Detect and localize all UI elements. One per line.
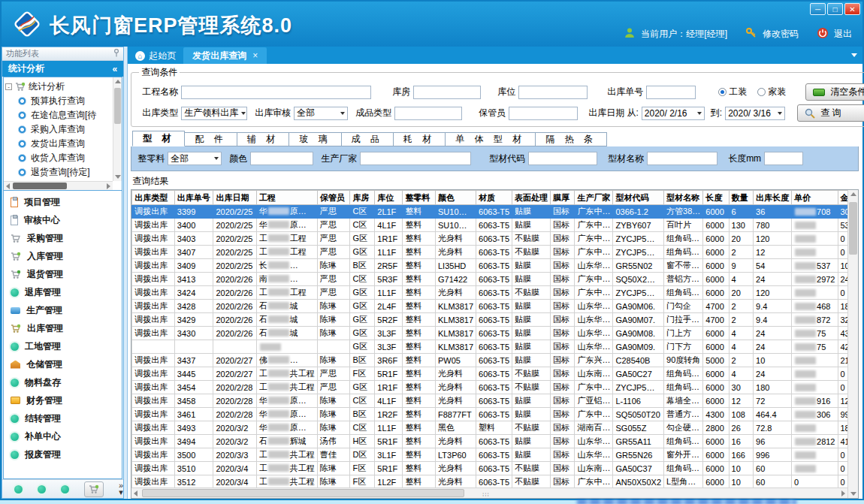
material-tab[interactable]: 耗 材 — [394, 132, 446, 146]
sidebar-item-仓储管理[interactable]: 仓储管理 — [4, 355, 122, 373]
sidebar-item-退货管理[interactable]: 退货管理 — [4, 265, 122, 283]
table-row[interactable]: 调拨出库34302020/2/26石城陈琳G区3L3F整料KLM38176063… — [132, 327, 858, 340]
location-input[interactable] — [518, 86, 588, 99]
radio-industrial[interactable]: 工装 — [718, 86, 747, 98]
tab-list-dropdown-icon[interactable] — [851, 53, 857, 57]
column-header[interactable]: 出库长度 — [754, 191, 792, 205]
module-dot-icon[interactable] — [14, 485, 23, 493]
column-header[interactable]: 单价 — [792, 191, 838, 205]
column-header[interactable]: 材质 — [476, 191, 512, 205]
column-header[interactable]: 库位 — [375, 191, 403, 205]
table-row[interactable]: 调拨出库34092020/2/25长…陈琳B区2R5F整料LI35HD6063-… — [132, 259, 858, 273]
sidebar-item-退库管理[interactable]: 退库管理 — [4, 283, 122, 301]
column-header[interactable]: 整零料 — [403, 191, 436, 205]
tree-item[interactable]: 在途信息查询[待 — [5, 108, 112, 122]
material-tab[interactable]: 成 品 — [342, 132, 394, 146]
material-tab[interactable]: 辅 材 — [237, 132, 289, 146]
sidebar-item-报废管理[interactable]: 报废管理 — [4, 445, 122, 463]
warehouse-input[interactable] — [413, 86, 481, 99]
column-header[interactable]: 型材代码 — [613, 191, 664, 205]
tree-root-node[interactable]: - 统计分析 — [5, 79, 112, 94]
sidebar-item-工地管理[interactable]: 工地管理 — [4, 337, 122, 355]
color-input[interactable] — [250, 152, 313, 165]
table-row[interactable]: 调拨出库34292020/2/26石城陈琳G区5R2F整料KLM38176063… — [132, 313, 858, 327]
column-header[interactable]: 膜厚 — [551, 191, 575, 205]
grid-vertical-scrollbar[interactable] — [847, 190, 858, 498]
module-dot-icon[interactable] — [61, 485, 69, 493]
sidebar-item-生产管理[interactable]: 生产管理 — [4, 301, 122, 319]
table-row[interactable]: 调拨出库34452020/2/27工共工程严思F区5R1F整料光身料6063-T… — [132, 367, 858, 381]
table-row[interactable]: 调拨出库33992020/2/25华原…严思C区2L1F整料SU10…6063-… — [132, 205, 858, 219]
sidebar-item-入库管理[interactable]: 入库管理 — [4, 247, 122, 265]
sidebar-item-财务管理[interactable]: 财务管理 — [4, 391, 122, 409]
column-header[interactable]: 保管员 — [317, 191, 350, 205]
column-header[interactable]: 库房 — [350, 191, 375, 205]
column-header[interactable]: 型材名称 — [664, 191, 703, 205]
whole-scrap-select[interactable]: 全部 — [168, 152, 222, 165]
tree-item[interactable]: 发货出库查询 — [5, 137, 112, 151]
maker-input[interactable] — [360, 152, 471, 165]
column-header[interactable]: 长度 — [703, 191, 729, 205]
date-from-select[interactable]: 2020/ 2/16 — [642, 107, 705, 120]
tab-shipment-outbound-query[interactable]: 发货出库查询 × — [183, 47, 267, 64]
column-header[interactable]: 工程 — [256, 191, 317, 205]
table-row[interactable]: 调拨出库34372020/2/27佛…陈琳B区3R6F整料PW056063-T5… — [132, 354, 858, 367]
tree-item[interactable]: 预算执行查询 — [5, 94, 112, 108]
outbound-audit-select[interactable]: 全部 — [294, 107, 348, 120]
material-tab[interactable]: 单 体 型 材 — [446, 132, 536, 146]
table-row[interactable]: 调拨出库34282020/2/26石城陈琳G区2L4F整料KLM38176063… — [132, 300, 858, 313]
length-input[interactable] — [764, 152, 803, 165]
tab-close-icon[interactable]: × — [252, 50, 258, 61]
column-header[interactable]: 出库单号 — [174, 191, 213, 205]
order-no-input[interactable] — [646, 86, 696, 99]
table-row[interactable]: 调拨出库34932020/3/2华原…陈琳C区1L1F整料黑色塑料不贴膜国标湖南… — [132, 421, 858, 435]
sidebar-group-statistics[interactable]: 统计分析 « — [2, 61, 123, 77]
minimize-button[interactable]: ─ — [810, 3, 826, 15]
product-type-input[interactable] — [394, 107, 462, 120]
logout-link[interactable]: 退出 — [834, 28, 852, 41]
change-password-link[interactable]: 修改密码 — [763, 28, 799, 41]
tree-vertical-scrollbar[interactable] — [113, 77, 122, 181]
profile-code-input[interactable] — [528, 152, 597, 165]
tree-item[interactable]: 退货查询[待定] — [5, 165, 112, 180]
table-row[interactable]: 调拨出库34582020/2/28华原…陈琳C区4L1F整料光身料6063-T5… — [132, 394, 858, 408]
outbound-type-select[interactable]: 生产领料出库 — [181, 107, 247, 120]
sidebar-item-结转管理[interactable]: 结转管理 — [4, 409, 122, 427]
table-row[interactable]: 调拨出库34942020/3/2石辉城汤伟H区5R1F整料光身料6063-T5贴… — [132, 435, 858, 448]
column-header[interactable]: 出库日期 — [213, 191, 256, 205]
table-row[interactable]: 调拨出库35102020/3/4工共工程陈琳F区5R1F整料光身料6063-T5… — [132, 462, 858, 475]
more-modules-button[interactable]: »▾ — [119, 482, 123, 496]
sidebar-item-物料盘存[interactable]: 物料盘存 — [4, 373, 122, 391]
keeper-input[interactable] — [509, 107, 578, 120]
tab-home[interactable]: ⌂ 起始页 — [128, 47, 183, 64]
tree-item[interactable]: 退库管理[待定] — [5, 180, 112, 180]
pin-icon[interactable] — [113, 49, 119, 59]
material-tab[interactable]: 玻 璃 — [289, 132, 341, 146]
table-row[interactable]: 调拨出库34072020/2/25工工程严思G区1L1F整料光身料6063-T5… — [132, 246, 858, 259]
material-tab[interactable]: 配 件 — [185, 132, 237, 146]
table-row[interactable]: 调拨出库35122020/3/4工共工程陈琳F区1L2F整料光身料6063-T5… — [132, 475, 858, 489]
search-button[interactable]: 查 询 — [797, 104, 864, 122]
sidebar-item-出库管理[interactable]: 出库管理 — [4, 319, 122, 337]
project-name-input[interactable] — [181, 86, 371, 99]
tree-item[interactable]: 采购入库查询 — [5, 122, 112, 137]
material-tab[interactable]: 隔 热 条 — [536, 132, 607, 146]
date-to-select[interactable]: 2020/ 3/16 — [725, 107, 785, 120]
sidebar-item-审核中心[interactable]: 审核中心 — [4, 211, 122, 229]
column-header[interactable]: 颜色 — [436, 191, 476, 205]
module-dot-icon[interactable] — [38, 485, 46, 493]
radio-home[interactable]: 家装 — [757, 86, 786, 98]
table-row[interactable]: 调拨出库34002020/2/25华原…严思C区4L1F整料SU10…6063-… — [132, 219, 858, 232]
column-header[interactable]: 生产厂家 — [575, 191, 613, 205]
table-row[interactable]: 调拨出库34242020/2/26工工程严思G区1L1F整料光身料6063-T5… — [132, 286, 858, 300]
column-header[interactable]: 表面处理 — [512, 191, 551, 205]
grid-horizontal-scrollbar[interactable]: ⁞⁞⁞ — [131, 487, 847, 498]
maximize-button[interactable]: □ — [827, 3, 843, 15]
column-header[interactable]: 出库类型 — [132, 191, 175, 205]
table-row[interactable]: 调拨出库34542020/2/28工共工程严思G区1R1F整料光身料6063-T… — [132, 381, 858, 394]
column-header[interactable]: 数量 — [729, 191, 753, 205]
table-row[interactable]: 调拨出库34132020/2/26南…严思C区5R3F整料G714226063-… — [132, 273, 858, 286]
sidebar-item-补单中心[interactable]: 补单中心 — [4, 427, 122, 445]
material-tab[interactable]: 型 材 — [132, 131, 185, 146]
table-row[interactable]: 调拨出库34032020/2/25工工程严思G区1R1F整料光身料6063-T5… — [132, 232, 858, 246]
